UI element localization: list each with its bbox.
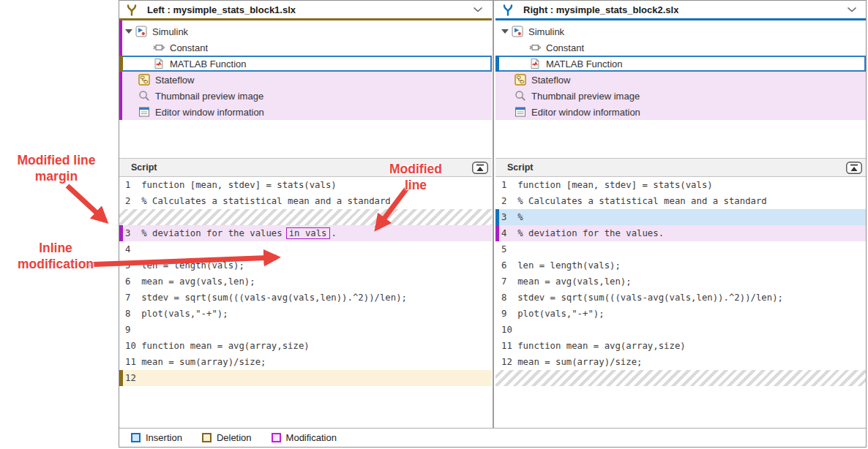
code-line-6[interactable]: 6len = length(vals); bbox=[495, 257, 866, 273]
line-text: % bbox=[517, 212, 523, 222]
tree-item-label: Stateflow bbox=[155, 75, 194, 86]
left-file-title: Left : mysimple_stats_block1.slx bbox=[147, 4, 296, 15]
line-number: 12 bbox=[501, 354, 512, 370]
legend-item-deletion: Deletion bbox=[202, 432, 252, 443]
code-line-2[interactable]: 2% Calculates a statistical mean and a s… bbox=[119, 193, 492, 209]
code-line-10[interactable]: 10function mean = avg(array,size) bbox=[119, 338, 492, 354]
legend-label: Modification bbox=[286, 432, 337, 443]
comparison-app: Left : mysimple_stats_block1.slx Simulin… bbox=[119, 0, 867, 448]
tree-item-label: Simulink bbox=[528, 26, 564, 37]
code-line-3-insertion[interactable]: 3% bbox=[495, 209, 866, 225]
right-panel: Right : mysimple_stats_block2.slx Simuli… bbox=[495, 1, 866, 428]
left-tree-spacer bbox=[119, 120, 492, 158]
tree-item-matlab-function[interactable]: MATLAB Function bbox=[495, 56, 866, 72]
deletion-swatch-icon bbox=[202, 433, 212, 442]
code-line-5[interactable]: 5 bbox=[495, 241, 866, 257]
code-line-2[interactable]: 2% Calculates a statistical mean and a s… bbox=[495, 193, 866, 209]
tree-item-constant[interactable]: Constant bbox=[119, 39, 492, 56]
collapse-section-button[interactable] bbox=[846, 162, 862, 174]
annotation-modified-line: Modified line bbox=[378, 161, 454, 193]
left-panel: Left : mysimple_stats_block1.slx Simulin… bbox=[119, 1, 492, 428]
tree-item-matlab-function[interactable]: MATLAB Function bbox=[119, 56, 492, 72]
tree-item-stateflow[interactable]: Stateflow bbox=[119, 72, 492, 88]
line-text: function [mean, stdev] = stats(vals) bbox=[517, 180, 713, 190]
code-line-11[interactable]: 11mean = sum(array)/size; bbox=[119, 354, 492, 370]
line-text: len = length(vals); bbox=[141, 260, 244, 271]
right-script-header: Script bbox=[495, 158, 866, 177]
expander-triangle-icon[interactable] bbox=[501, 29, 509, 34]
line-number: 12 bbox=[125, 370, 136, 386]
tree-item-stateflow[interactable]: Stateflow bbox=[495, 72, 866, 88]
right-file-selector[interactable]: Right : mysimple_stats_block2.slx bbox=[495, 1, 866, 20]
line-text: % Calculates a statistical mean and a st… bbox=[141, 196, 391, 206]
line-number: 11 bbox=[125, 354, 136, 370]
chevron-down-icon[interactable] bbox=[473, 7, 483, 12]
tree-item-label: Constant bbox=[170, 42, 208, 53]
tree-item-label: MATLAB Function bbox=[546, 59, 623, 69]
code-line-12-deletion[interactable]: 12 bbox=[119, 370, 492, 386]
tree-item-label: Editor window information bbox=[531, 107, 640, 118]
line-text: function [mean, stdev] = stats(vals) bbox=[141, 180, 337, 190]
tree-item-simulink[interactable]: Simulink bbox=[119, 23, 492, 39]
code-line-4[interactable]: 4 bbox=[119, 241, 492, 257]
annotation-inline-modification: Inline modification bbox=[4, 240, 107, 272]
magnifier-icon bbox=[138, 90, 150, 102]
annotation-modified-line-margin: Modified line margin bbox=[15, 152, 98, 184]
right-script-title: Script bbox=[507, 162, 533, 173]
line-text: % deviation for the valuesin vals. bbox=[141, 228, 337, 238]
stateflow-icon bbox=[138, 74, 150, 86]
code-line-8[interactable]: 8plot(vals,"-+"); bbox=[119, 306, 492, 322]
code-line-6[interactable]: 6mean = avg(vals,len); bbox=[119, 273, 492, 290]
tree-item-label: Simulink bbox=[152, 26, 188, 37]
line-text: stdev = sqrt(sum(((vals-avg(vals,len)).^… bbox=[141, 293, 407, 303]
code-line-11[interactable]: 11function mean = avg(array,size) bbox=[495, 338, 866, 354]
line-number: 8 bbox=[501, 290, 512, 306]
line-text: function mean = avg(array,size) bbox=[517, 341, 686, 351]
right-tree-spacer bbox=[495, 120, 866, 158]
code-line-7[interactable]: 7mean = avg(vals,len); bbox=[495, 273, 866, 290]
line-number: 1 bbox=[125, 177, 136, 193]
code-line-8[interactable]: 8stdev = sqrt(sum(((vals-avg(vals,len)).… bbox=[495, 290, 866, 306]
line-number: 5 bbox=[125, 257, 136, 273]
change-marker-deletion bbox=[119, 56, 123, 72]
right-model-tree: SimulinkConstantMATLAB FunctionStateflow… bbox=[495, 20, 866, 120]
chevron-down-icon[interactable] bbox=[847, 7, 857, 12]
collapse-section-button[interactable] bbox=[472, 162, 488, 174]
code-line-10[interactable]: 10 bbox=[495, 322, 866, 338]
code-line-12[interactable]: 12mean = sum(array)/size; bbox=[495, 354, 866, 370]
editor-window-icon bbox=[138, 106, 150, 118]
left-script-title: Script bbox=[131, 162, 157, 173]
code-line-9[interactable]: 9 bbox=[119, 322, 492, 338]
code-line-9[interactable]: 9plot(vals,"-+"); bbox=[495, 306, 866, 322]
code-line-1[interactable]: 1function [mean, stdev] = stats(vals) bbox=[495, 177, 866, 193]
legend-item-modification: Modification bbox=[272, 432, 337, 443]
code-line-3-modification[interactable]: 3% deviation for the valuesin vals. bbox=[119, 225, 492, 241]
line-text: % deviation for the values. bbox=[517, 228, 664, 238]
tree-item-editor-window-information[interactable]: Editor window information bbox=[119, 104, 492, 120]
tree-item-editor-window-information[interactable]: Editor window information bbox=[495, 104, 866, 120]
tree-item-thumbnail-preview-image[interactable]: Thumbnail preview image bbox=[495, 88, 866, 104]
placeholder-hatch-row bbox=[119, 209, 492, 225]
line-number: 2 bbox=[501, 193, 512, 209]
tree-item-label: MATLAB Function bbox=[170, 59, 247, 69]
tree-item-label: Thumbnail preview image bbox=[155, 91, 263, 102]
line-number: 3 bbox=[501, 209, 512, 225]
line-text: mean = sum(array)/size; bbox=[517, 357, 642, 367]
tree-item-simulink[interactable]: Simulink bbox=[495, 23, 866, 39]
simulink-icon bbox=[135, 26, 147, 37]
line-number: 5 bbox=[501, 241, 512, 257]
code-line-5[interactable]: 5len = length(vals); bbox=[119, 257, 492, 273]
code-line-7[interactable]: 7stdev = sqrt(sum(((vals-avg(vals,len)).… bbox=[119, 290, 492, 306]
tree-item-thumbnail-preview-image[interactable]: Thumbnail preview image bbox=[119, 88, 492, 104]
line-text: function mean = avg(array,size) bbox=[141, 341, 310, 351]
branch-icon bbox=[501, 4, 515, 17]
tree-item-label: Editor window information bbox=[155, 107, 264, 118]
expander-triangle-icon[interactable] bbox=[125, 29, 132, 34]
matlab-function-icon bbox=[529, 58, 541, 69]
code-line-4-modification[interactable]: 4% deviation for the values. bbox=[495, 225, 866, 241]
line-number: 10 bbox=[125, 338, 136, 354]
modification-swatch-icon bbox=[272, 433, 281, 442]
left-file-selector[interactable]: Left : mysimple_stats_block1.slx bbox=[119, 1, 492, 20]
left-code-diff: 1function [mean, stdev] = stats(vals)2% … bbox=[119, 177, 492, 428]
tree-item-constant[interactable]: Constant bbox=[495, 39, 866, 56]
